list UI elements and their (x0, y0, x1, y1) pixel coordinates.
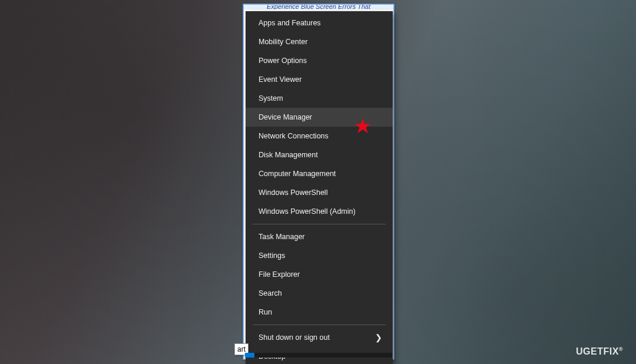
menu-label: Network Connections (259, 132, 329, 140)
menu-item-search[interactable]: Search (246, 284, 393, 303)
chevron-right-icon: ❯ (375, 333, 382, 342)
watermark: UGETFIX® (576, 346, 623, 357)
menu-item-task-manager[interactable]: Task Manager (246, 227, 393, 246)
menu-label: Device Manager (259, 113, 312, 121)
menu-item-network-connections[interactable]: Network Connections (246, 127, 393, 145)
menu-label: Apps and Features (259, 19, 321, 27)
menu-item-shut-down-or-sign-out[interactable]: Shut down or sign out ❯ (246, 328, 393, 347)
menu-label: Shut down or sign out (259, 333, 330, 342)
menu-item-apps-and-features[interactable]: Apps and Features (246, 14, 393, 32)
registered-icon: ® (619, 346, 623, 352)
taskbar-strip (245, 353, 392, 358)
menu-item-file-explorer[interactable]: File Explorer (246, 265, 393, 284)
menu-item-device-manager[interactable]: Device Manager (246, 108, 393, 127)
cropped-page-text: Experience Blue Screen Errors That (244, 5, 393, 9)
menu-item-disk-management[interactable]: Disk Management (246, 145, 393, 164)
menu-item-power-options[interactable]: Power Options (246, 51, 393, 70)
menu-separator (253, 224, 386, 224)
menu-label: Mobility Center (259, 38, 307, 46)
watermark-text: UGETFIX (576, 346, 619, 356)
menu-separator (253, 325, 386, 325)
menu-label: Windows PowerShell (Admin) (259, 207, 356, 216)
winx-context-menu: Apps and Features Mobility Center Power … (246, 11, 393, 364)
menu-label: Power Options (259, 57, 307, 65)
menu-label: Windows PowerShell (259, 188, 327, 197)
menu-label: Event Viewer (259, 75, 302, 84)
menu-item-windows-powershell-admin[interactable]: Windows PowerShell (Admin) (246, 202, 393, 221)
menu-item-computer-management[interactable]: Computer Management (246, 164, 393, 183)
menu-item-system[interactable]: System (246, 89, 393, 108)
menu-label: Settings (259, 252, 285, 260)
menu-label: Search (259, 289, 282, 297)
menu-item-windows-powershell[interactable]: Windows PowerShell (246, 183, 393, 202)
menu-label: System (259, 94, 283, 102)
menu-item-settings[interactable]: Settings (246, 246, 393, 265)
menu-label: Computer Management (259, 170, 336, 178)
menu-item-mobility-center[interactable]: Mobility Center (246, 32, 393, 51)
menu-label: Run (259, 308, 272, 316)
menu-label: Task Manager (259, 233, 305, 241)
menu-label: File Explorer (259, 270, 300, 279)
menu-item-run[interactable]: Run (246, 303, 393, 322)
menu-item-event-viewer[interactable]: Event Viewer (246, 70, 393, 89)
menu-label: Disk Management (259, 151, 318, 159)
captured-window: Experience Blue Screen Errors That Apps … (243, 4, 395, 360)
